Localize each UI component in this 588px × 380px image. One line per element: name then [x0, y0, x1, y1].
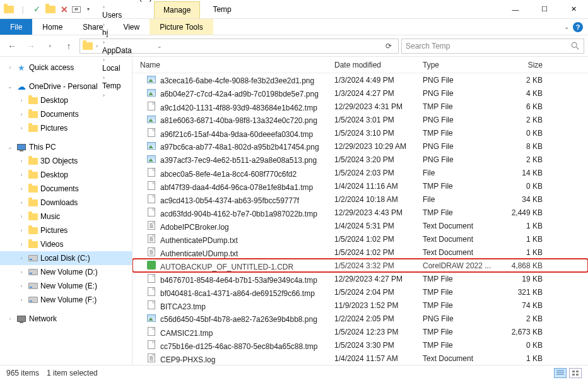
- details-view-icon[interactable]: [554, 368, 567, 378]
- chevron-right-icon[interactable]: ›: [6, 316, 14, 322]
- large-icons-view-icon[interactable]: [569, 368, 582, 378]
- tree-item[interactable]: ›Local Disk (C:): [0, 251, 132, 265]
- chevron-down-icon[interactable]: ⌄: [6, 83, 14, 90]
- rename-icon[interactable]: ⇄: [72, 6, 81, 13]
- file-icon: [146, 287, 156, 297]
- file-row[interactable]: BITCA23.tmp11/9/2023 1:52 PMTMP File74 K…: [132, 299, 588, 312]
- share-tab[interactable]: Share: [73, 19, 113, 35]
- file-row[interactable]: a96f21c6-15af-44ba-9daa-60deeefa0304.tmp…: [132, 126, 588, 140]
- tree-item[interactable]: ›New Volume (E:): [0, 279, 132, 293]
- delete-icon[interactable]: ✕: [58, 3, 71, 16]
- tree-this-pc[interactable]: ⌄This PC: [0, 140, 132, 154]
- file-row[interactable]: a9c1d420-1131-4f88-93d9-483684e1b462.tmp…: [132, 100, 588, 113]
- tree-item[interactable]: ›Documents: [0, 107, 132, 121]
- file-row[interactable]: abf47f39-daa4-4d64-96ca-078e1fe8b4a1.tmp…: [132, 179, 588, 193]
- picture-tools-tab[interactable]: Picture Tools: [150, 19, 213, 35]
- file-row[interactable]: AUTOBACKUP_OF_UNTITLED-1.CDR1/5/2024 3:3…: [132, 259, 588, 272]
- breadcrumb-item[interactable]: Local Disk (C:): [101, 0, 153, 2]
- chevron-right-icon[interactable]: ›: [18, 297, 25, 303]
- chevron-right-icon[interactable]: ›: [18, 227, 25, 234]
- file-row[interactable]: AuthenticatePDump.txt1/5/2024 1:02 PMTex…: [132, 232, 588, 246]
- chevron-right-icon[interactable]: ›: [101, 4, 107, 10]
- column-type[interactable]: Type: [423, 61, 503, 69]
- folder-icon[interactable]: [3, 3, 15, 16]
- chevron-right-icon[interactable]: ›: [18, 158, 25, 164]
- chevron-right-icon[interactable]: ›: [18, 111, 25, 117]
- back-button[interactable]: ←: [4, 38, 20, 54]
- file-row[interactable]: AdobeIPCBroker.log1/4/2024 5:31 PMText D…: [132, 219, 588, 232]
- file-row[interactable]: acd63fdd-904b-4162-b7e7-0bb1a987022b.tmp…: [132, 206, 588, 219]
- file-row[interactable]: ac9cd413-0b54-4374-ab63-95fbcc59777f1/2/…: [132, 193, 588, 206]
- collapse-ribbon-icon[interactable]: ⌄: [564, 23, 569, 30]
- file-tab[interactable]: File: [0, 19, 32, 35]
- file-row[interactable]: c56d6450-45bf-4b78-ae82-7a263e9b4bb8.png…: [132, 312, 588, 325]
- chevron-right-icon[interactable]: ›: [18, 283, 25, 289]
- tree-item[interactable]: ›Desktop: [0, 93, 132, 107]
- tree-network[interactable]: ›Network: [0, 312, 132, 326]
- column-size[interactable]: Size: [503, 61, 549, 69]
- tree-item[interactable]: ›Documents: [0, 182, 132, 196]
- file-row[interactable]: abcec0a5-8efe-4e1a-8cc4-608f770c6fd21/5/…: [132, 166, 588, 179]
- home-tab[interactable]: Home: [32, 19, 73, 35]
- file-row[interactable]: b4676701-8548-4e64-b7b1-53af9e349c4a.tmp…: [132, 272, 588, 285]
- chevron-right-icon[interactable]: ›: [18, 125, 25, 131]
- chevron-right-icon[interactable]: ›: [18, 255, 25, 261]
- chevron-right-icon[interactable]: ›: [18, 269, 25, 275]
- chevron-right-icon[interactable]: ›: [18, 199, 25, 206]
- breadcrumb-item[interactable]: Users: [101, 11, 153, 20]
- file-row[interactable]: cc75b16e-d125-46ac-8870-5ec8b4a65c88.tmp…: [132, 338, 588, 352]
- close-button[interactable]: ✕: [559, 0, 588, 19]
- address-bar[interactable]: › Local Disk (C:)›Users›bj›AppData›Local…: [79, 39, 399, 54]
- forward-button[interactable]: →: [23, 38, 39, 54]
- column-name[interactable]: Name: [132, 61, 334, 69]
- chevron-right-icon[interactable]: ›: [94, 43, 100, 49]
- chevron-right-icon[interactable]: ›: [18, 186, 25, 192]
- tree-item[interactable]: ›Pictures: [0, 121, 132, 135]
- tree-item[interactable]: ›Videos: [0, 237, 132, 251]
- chevron-down-icon[interactable]: ⌄: [6, 144, 14, 150]
- tree-label: Music: [40, 212, 60, 221]
- chevron-right-icon[interactable]: ›: [6, 64, 14, 71]
- file-size: 1 KB: [503, 354, 549, 363]
- tree-item[interactable]: ›Downloads: [0, 196, 132, 210]
- chevron-right-icon[interactable]: ›: [18, 241, 25, 247]
- view-tab[interactable]: View: [113, 19, 150, 35]
- new-folder-icon[interactable]: [44, 3, 57, 16]
- file-row[interactable]: a81e6063-6871-40ba-98f8-13a324e0c720.png…: [132, 113, 588, 126]
- tree-item[interactable]: ›Music: [0, 210, 132, 223]
- file-row[interactable]: a6b04e27-c7cd-42a4-ad9b-7c0198bde5e7.png…: [132, 86, 588, 100]
- recent-dropdown-icon[interactable]: ▾: [42, 38, 58, 54]
- file-row[interactable]: a3ceca16-6abe-4cfe-9088-fe3b2d3ee2d1.png…: [132, 73, 588, 86]
- search-input[interactable]: Search Temp: [401, 39, 584, 54]
- address-dropdown-icon[interactable]: ⌄: [155, 43, 165, 49]
- tree-onedrive[interactable]: ⌄☁OneDrive - Personal: [0, 80, 132, 93]
- file-row[interactable]: AuthenticateUDump.txt1/5/2024 1:02 PMTex…: [132, 246, 588, 259]
- tree-item[interactable]: ›Desktop: [0, 168, 132, 182]
- column-date[interactable]: Date modified: [334, 61, 423, 69]
- properties-icon[interactable]: ✓: [30, 3, 43, 16]
- tree-item[interactable]: ›Pictures: [0, 223, 132, 237]
- file-list[interactable]: Name Date modified Type Size a3ceca16-6a…: [132, 57, 588, 365]
- tree-item[interactable]: ›New Volume (F:): [0, 293, 132, 307]
- breadcrumb-item[interactable]: AppData: [101, 46, 153, 55]
- manage-tab[interactable]: Manage: [154, 1, 200, 18]
- chevron-right-icon[interactable]: ›: [18, 213, 25, 220]
- up-button[interactable]: ↑: [61, 38, 77, 54]
- minimize-button[interactable]: —: [501, 0, 530, 19]
- tree-item[interactable]: ›3D Objects: [0, 154, 132, 168]
- refresh-icon[interactable]: ⟳: [382, 42, 396, 50]
- qat-dropdown-icon[interactable]: ▾: [82, 3, 95, 16]
- file-row[interactable]: a397acf3-7ec9-4e62-b511-a29a8e08a513.png…: [132, 153, 588, 166]
- tree-item[interactable]: ›New Volume (D:): [0, 265, 132, 279]
- file-row[interactable]: CEP9-PHXS.log1/4/2024 11:57 AMText Docum…: [132, 352, 588, 365]
- file-row[interactable]: CAMSIC21.tmp1/5/2024 12:23 PMTMP File2,6…: [132, 325, 588, 338]
- file-type: TMP File: [423, 341, 503, 350]
- file-row[interactable]: a97bc6ca-ab77-48a1-802d-a95b2b417454.png…: [132, 140, 588, 153]
- file-row[interactable]: bf040481-8ca1-4371-a864-de69152f9c66.tmp…: [132, 285, 588, 299]
- chevron-right-icon[interactable]: ›: [18, 172, 25, 178]
- help-icon[interactable]: ?: [573, 22, 583, 32]
- maximize-button[interactable]: ☐: [530, 0, 559, 19]
- tree-quick-access[interactable]: ›★Quick access: [0, 61, 132, 74]
- chevron-right-icon[interactable]: ›: [18, 97, 25, 104]
- chevron-right-icon[interactable]: ›: [101, 39, 107, 45]
